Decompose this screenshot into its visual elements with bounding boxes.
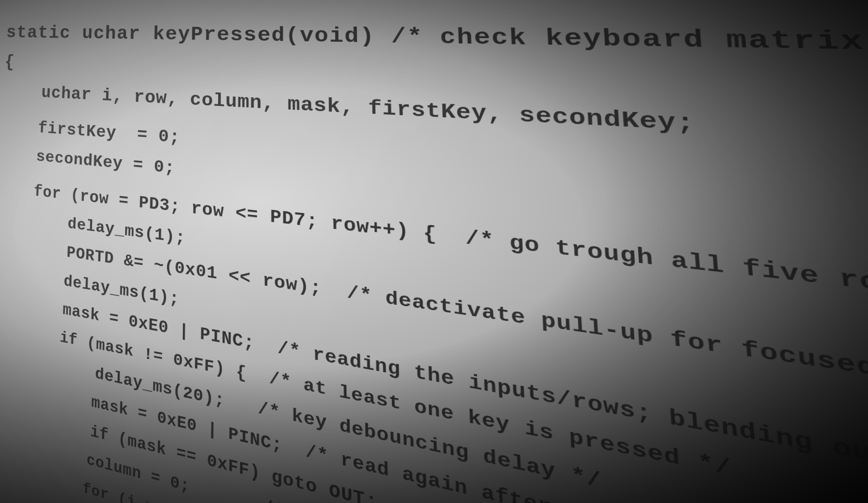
- code-viewport: static uchar keyPressed(void) /* check k…: [0, 14, 868, 503]
